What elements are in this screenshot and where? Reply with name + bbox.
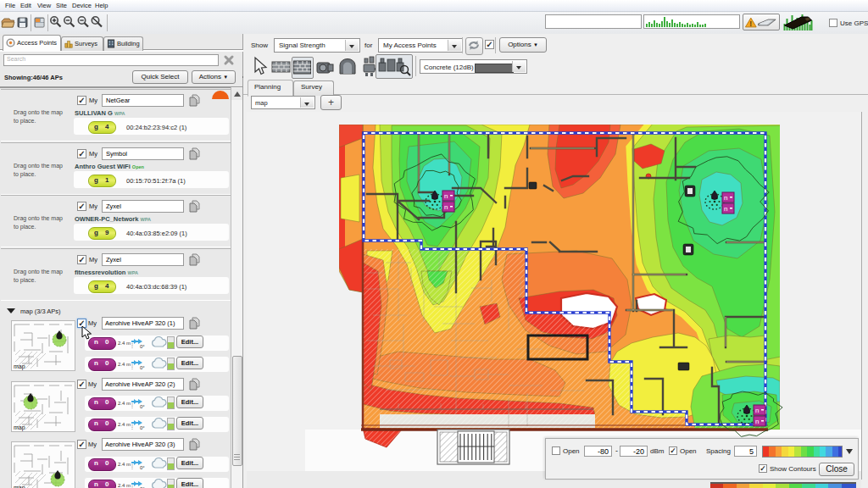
svg-text:0°: 0° [140,365,145,370]
svg-text:0°: 0° [140,465,145,470]
svg-text:n: n [444,203,448,211]
svg-text:n: n [444,192,448,200]
svg-text:!: ! [749,19,752,28]
svg-text:0°: 0° [140,344,145,349]
svg-text:0°: 0° [140,404,145,409]
svg-text:0°: 0° [140,425,145,430]
svg-text:n: n [755,407,759,414]
svg-text:n: n [724,205,727,213]
svg-text:n: n [724,194,727,202]
svg-text:n: n [755,418,759,425]
